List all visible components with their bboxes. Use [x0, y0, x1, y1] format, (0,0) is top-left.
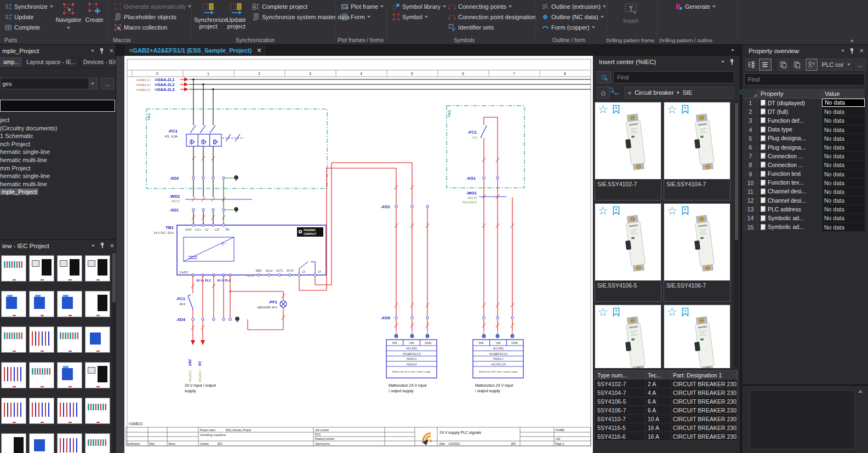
pin-icon[interactable] [849, 48, 854, 54]
tree-item-selected[interactable]: mple_Project [0, 188, 116, 196]
symbol-button[interactable]: Symbol [390, 12, 430, 22]
property-row[interactable]: 12Channel desi...No data [743, 196, 865, 205]
bookmark-icon[interactable] [682, 105, 689, 114]
parts-table-row[interactable]: 5SY4102-72 ACIRCUIT BREAKER 230/400V 10K… [595, 380, 738, 388]
page-thumbnail[interactable] [57, 362, 82, 388]
complete-project-button[interactable]: Complete project [250, 2, 309, 12]
pin-icon[interactable] [729, 59, 734, 65]
property-row[interactable]: 8Connection ...No data [743, 160, 865, 169]
page-thumbnail[interactable] [85, 326, 110, 353]
bookmark-icon[interactable] [613, 105, 620, 114]
page-thumbnail[interactable] [29, 291, 54, 317]
parts-table-row[interactable]: 5SY4116-616 ACIRCUIT BREAKER 230/400V 10… [595, 432, 738, 441]
bookmark-icon[interactable] [682, 307, 689, 317]
collapse-ribbon-icon[interactable] [850, 39, 854, 42]
page-thumbnail[interactable] [57, 433, 82, 453]
property-row[interactable]: 13PLC addressNo data [743, 205, 865, 214]
tree-item[interactable]: hematic multi-line [0, 180, 116, 188]
page-thumbnail[interactable] [57, 291, 82, 317]
bookmark-icon[interactable] [682, 206, 689, 215]
symbol-library-button[interactable]: Symbol library [390, 2, 448, 12]
part-card[interactable]: ☆ SIE.5SY4106-5 [595, 203, 661, 302]
property-row[interactable]: 4Data typeNo data [743, 125, 865, 134]
filter-more-button[interactable]: ... [101, 78, 114, 89]
collapse-breadcrumb-icon[interactable] [628, 89, 631, 96]
page-thumbnail[interactable] [1, 255, 26, 282]
tree-item[interactable]: hematic single-line [0, 172, 116, 180]
outline-extrusion-button[interactable]: Outline (extrusion) [539, 2, 608, 12]
property-row[interactable]: 11Channel desi...No data [743, 187, 865, 196]
tree-item[interactable]: ject [0, 116, 116, 124]
page-thumbnail[interactable] [85, 362, 110, 388]
page-thumbnail[interactable] [1, 326, 26, 353]
tab-pages[interactable]: amp... [0, 57, 23, 67]
page-thumbnail[interactable] [29, 326, 54, 353]
generate-drilling-button[interactable]: Generate [673, 2, 717, 12]
navigator-button[interactable]: Navigator [55, 1, 82, 35]
tab-devices[interactable]: Devices - IEC Proj... [80, 57, 116, 67]
page-thumbnail[interactable] [29, 398, 54, 424]
identifier-sets-button[interactable]: Identifier sets [446, 22, 495, 32]
user-filter-button[interactable] [806, 59, 818, 71]
page-thumbnail[interactable] [1, 433, 26, 453]
part-card[interactable]: ☆ SIE.5SY4104-7 [664, 102, 730, 200]
page-thumbnail[interactable] [57, 326, 82, 353]
plc-connector-block-2[interactable]: INS UM GND =K1-KE1 =K1&EFS1/1.5 %DA2.4 +… [473, 340, 523, 378]
parts-table-row[interactable]: 5SY4106-56 ACIRCUIT BREAKER 230/400V 10K… [595, 397, 738, 406]
panel-menu-icon[interactable] [92, 245, 95, 247]
parts-table-row[interactable]: 5SY4116-516 ACIRCUIT BREAKER 230/400V 10… [595, 423, 738, 432]
bookmark-icon[interactable] [613, 307, 620, 317]
create-button[interactable]: Create [83, 1, 106, 35]
parts-table-header[interactable]: Type num...Tec...Part: Designation 1 [595, 370, 738, 380]
page-thumbnail[interactable] [85, 291, 110, 317]
property-row[interactable]: 7Connection ...No data [743, 152, 865, 160]
property-find-input[interactable] [744, 73, 865, 85]
corner-select-icon[interactable] [743, 89, 758, 98]
property-row[interactable]: 1DT (displayed)No data [743, 99, 865, 107]
macro-collection-button[interactable]: Macro collection [112, 22, 169, 32]
scroll-up-icon[interactable] [858, 390, 863, 393]
generate-automatically-button[interactable]: Generate automatically [112, 2, 193, 12]
plc-connector-block-1[interactable]: INS UM GND =K1-KE1 =K1&EFS1/1.5 %DA2.6 %… [386, 340, 437, 378]
property-grid-header[interactable]: Property Value [743, 89, 865, 99]
more-button[interactable]: ... [855, 59, 866, 71]
document-tab[interactable]: =GAB2+A2&EFS1/1 (ESS_Sample_Project) [125, 45, 266, 56]
part-card[interactable]: ☆ SIE.5SY4102-7 [595, 102, 661, 200]
property-row[interactable]: 14Symbolic ad...No data [743, 214, 865, 222]
close-icon[interactable] [859, 48, 864, 54]
back-button[interactable]: ← [611, 87, 623, 99]
page-thumbnail[interactable] [29, 362, 54, 388]
filter-select[interactable]: ges [0, 78, 98, 89]
part-card[interactable]: ☆ [595, 305, 661, 368]
complete-parts-button[interactable]: Complete [2, 22, 42, 32]
tree-view-button[interactable] [745, 59, 757, 71]
connection-point-designation-button[interactable]: Connection point designation [446, 12, 538, 22]
tree-item[interactable]: hematic single-line [0, 148, 116, 156]
cards-scrollbar[interactable] [734, 102, 739, 368]
property-row[interactable]: 9Function textNo data [743, 170, 865, 179]
tree-item[interactable]: nch Project [0, 140, 116, 148]
property-row[interactable]: 6Plug designa...No data [743, 143, 865, 152]
favorite-star-icon[interactable]: ☆ [667, 205, 677, 217]
tree-item[interactable]: hematic multi-line [0, 156, 116, 164]
search-input[interactable] [613, 71, 734, 83]
close-icon[interactable] [110, 243, 114, 249]
thumbnails-scrollbar[interactable] [112, 252, 116, 453]
property-row[interactable]: 2DT (full)No data [743, 107, 865, 116]
page-filter-input[interactable] [0, 100, 115, 112]
pin-icon[interactable] [100, 243, 105, 249]
search-options-button[interactable] [597, 71, 611, 83]
favorite-star-icon[interactable]: ☆ [667, 306, 677, 318]
close-tab-icon[interactable] [257, 47, 261, 54]
tree-item[interactable]: 1 Schematic [0, 132, 116, 140]
plot-frame-button[interactable]: Plot frame [339, 2, 385, 12]
tree-item[interactable]: mm Project [0, 164, 116, 173]
panel-menu-icon[interactable] [91, 50, 94, 52]
list-view-button[interactable] [759, 59, 771, 71]
schematic-canvas[interactable]: 012345678 =GAB/1.6 / =GAA-2L1 =GAB/1.6 /… [116, 56, 593, 453]
placeholder-objects-button[interactable]: Placeholder objects [112, 12, 178, 22]
parts-table-row[interactable]: 5SY4110-710 ACIRCUIT BREAKER 230/400V 10… [595, 415, 738, 423]
breadcrumb-category[interactable]: Circuit breaker [635, 89, 674, 96]
form-copper-button[interactable]: Form (copper) [539, 22, 597, 32]
property-row[interactable]: 5Plug designa...No data [743, 134, 865, 143]
